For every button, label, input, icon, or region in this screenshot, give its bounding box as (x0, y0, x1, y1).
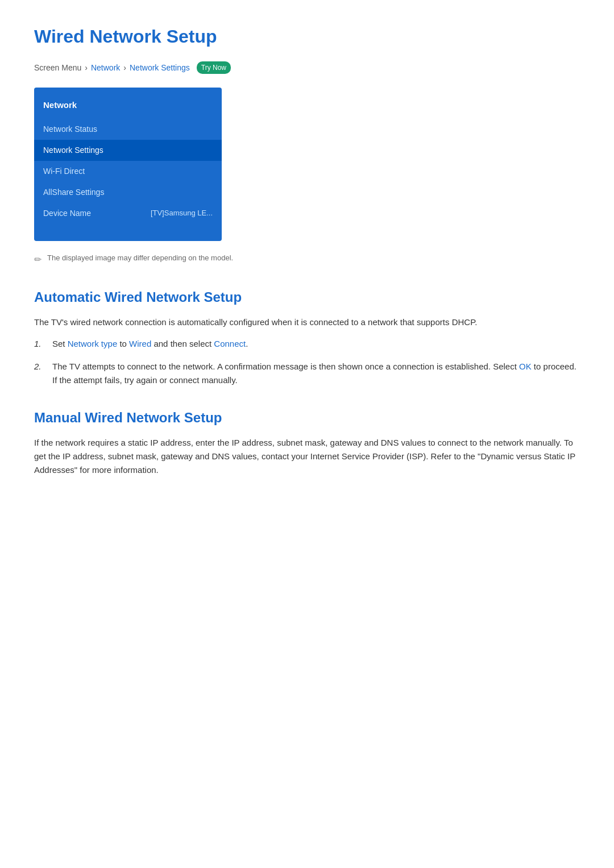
pencil-icon: ✏ (34, 253, 42, 267)
step-2-ok: OK (519, 362, 532, 371)
menu-item-allshare-settings[interactable]: AllShare Settings (34, 182, 222, 203)
step-1-text: Set Network type to Wired and then selec… (52, 337, 580, 351)
automatic-section-title: Automatic Wired Network Setup (34, 287, 580, 308)
try-now-badge[interactable]: Try Now (197, 61, 231, 74)
step-1-num: 1. (34, 337, 44, 351)
breadcrumb-separator-2: › (123, 62, 126, 74)
step-2: 2. The TV attempts to connect to the net… (34, 360, 580, 387)
automatic-section: Automatic Wired Network Setup The TV's w… (34, 287, 580, 387)
step-1: 1. Set Network type to Wired and then se… (34, 337, 580, 351)
menu-item-network-status[interactable]: Network Status (34, 119, 222, 140)
automatic-steps-list: 1. Set Network type to Wired and then se… (34, 337, 580, 387)
menu-item-device-name[interactable]: Device Name [TV]Samsung LE... (34, 203, 222, 224)
menu-item-wifi-direct[interactable]: Wi-Fi Direct (34, 161, 222, 182)
automatic-section-intro: The TV's wired network connection is aut… (34, 315, 580, 329)
menu-item-allshare-settings-label: AllShare Settings (43, 186, 104, 198)
note-text: The displayed image may differ depending… (47, 252, 233, 264)
manual-section: Manual Wired Network Setup If the networ… (34, 408, 580, 477)
manual-section-body: If the network requires a static IP addr… (34, 436, 580, 477)
menu-panel-title: Network (34, 94, 222, 119)
menu-item-network-status-label: Network Status (43, 123, 97, 135)
step-1-network-type: Network type (68, 339, 118, 348)
menu-item-network-settings[interactable]: Network Settings (34, 140, 222, 161)
step-1-connect: Connect (214, 339, 246, 348)
step-2-num: 2. (34, 360, 44, 387)
menu-item-wifi-direct-label: Wi-Fi Direct (43, 165, 85, 177)
step-1-wired: Wired (129, 339, 151, 348)
note-row: ✏ The displayed image may differ dependi… (34, 252, 580, 267)
menu-item-network-settings-label: Network Settings (43, 144, 103, 156)
network-menu-panel: Network Network Status Network Settings … (34, 88, 222, 241)
menu-item-device-name-label: Device Name (43, 207, 91, 219)
manual-section-title: Manual Wired Network Setup (34, 408, 580, 428)
breadcrumb-screen-menu: Screen Menu (34, 62, 81, 74)
breadcrumb-network-settings[interactable]: Network Settings (130, 62, 190, 74)
breadcrumb: Screen Menu › Network › Network Settings… (34, 61, 580, 74)
menu-item-device-name-value: [TV]Samsung LE... (151, 207, 213, 219)
breadcrumb-separator-1: › (85, 62, 88, 74)
breadcrumb-network[interactable]: Network (91, 62, 120, 74)
page-title: Wired Network Setup (34, 23, 580, 50)
step-2-text: The TV attempts to connect to the networ… (52, 360, 580, 387)
